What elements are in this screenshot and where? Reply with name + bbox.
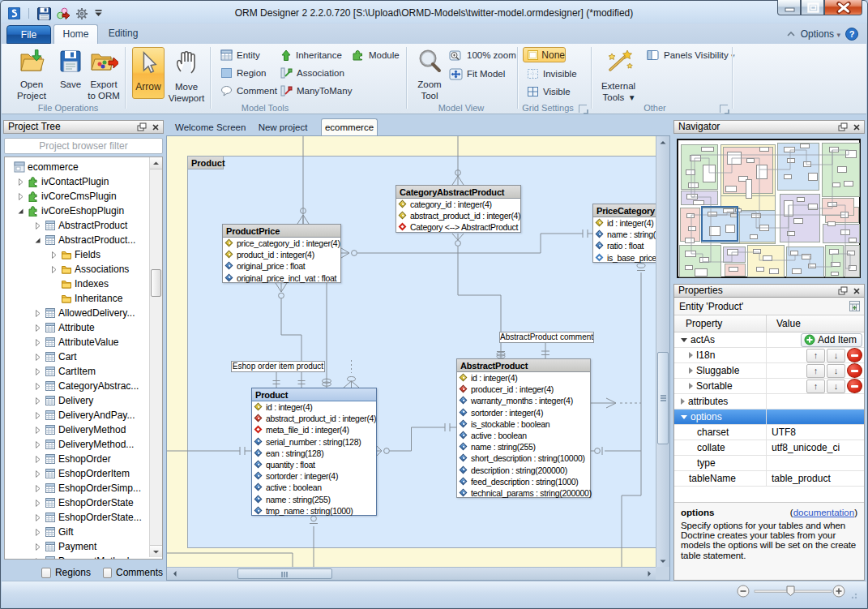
svg-text:?: ? [849, 29, 855, 39]
